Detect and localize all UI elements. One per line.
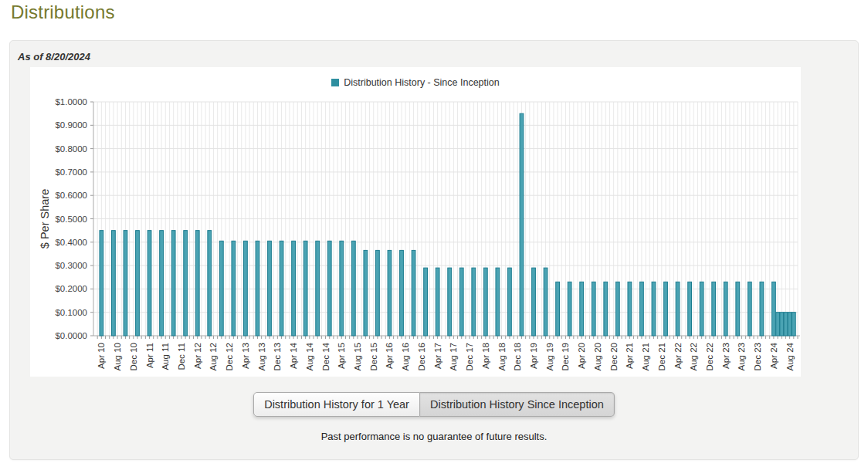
distribution-bar	[776, 313, 780, 336]
y-tick-label: $0.6000	[55, 191, 87, 200]
x-tick-label: Dec 21	[657, 343, 666, 370]
x-tick-label: Apr 13	[241, 343, 250, 369]
x-tick-label: Dec 15	[369, 343, 378, 370]
distribution-bar	[112, 231, 116, 336]
distribution-bar	[496, 268, 500, 336]
distribution-bar	[136, 231, 140, 336]
distribution-history-1yr-button[interactable]: Distribution History for 1 Year	[253, 392, 420, 417]
distribution-bar	[327, 241, 331, 336]
distribution-bar	[724, 282, 727, 336]
distribution-bar	[195, 231, 199, 336]
distribution-bar	[244, 241, 248, 336]
chart-toggle-group: Distribution History for 1 Year Distribu…	[253, 392, 615, 417]
y-tick-label: $0.0000	[55, 331, 87, 340]
distribution-bar	[219, 241, 223, 336]
distribution-history-inception-button[interactable]: Distribution History Since Inception	[420, 392, 615, 417]
x-tick-label: Dec 19	[561, 343, 570, 370]
as-of-date: As of 8/20/2024	[18, 51, 90, 63]
distribution-chart-container: $0.0000$0.1000$0.2000$0.3000$0.4000$0.50…	[30, 67, 801, 377]
y-tick-label: $0.9000	[55, 120, 87, 130]
x-tick-label: Aug 18	[497, 343, 507, 370]
distribution-bar	[556, 282, 560, 336]
x-tick-label: Apr 10	[97, 343, 106, 369]
distribution-bar	[483, 268, 487, 336]
distribution-bar	[788, 313, 792, 336]
distribution-bar	[592, 282, 595, 336]
distribution-bar	[100, 231, 103, 336]
x-tick-label: Dec 12	[225, 343, 234, 370]
distribution-bar	[508, 268, 512, 336]
distribution-bar	[604, 282, 608, 336]
x-tick-label: Aug 22	[689, 343, 698, 370]
x-tick-label: Aug 23	[737, 343, 746, 370]
distribution-bar	[459, 268, 463, 336]
distribution-bar-chart: $0.0000$0.1000$0.2000$0.3000$0.4000$0.50…	[30, 67, 801, 377]
x-tick-label: Dec 13	[273, 343, 282, 370]
y-tick-label: $0.5000	[55, 215, 87, 224]
x-tick-label: Dec 18	[513, 343, 522, 370]
x-tick-label: Apr 23	[721, 343, 731, 369]
distribution-bar	[388, 250, 392, 336]
x-tick-label: Apr 12	[193, 343, 202, 369]
distribution-bar	[700, 282, 704, 336]
disclaimer-text: Past performance is no guarantee of futu…	[10, 431, 858, 442]
distribution-bar	[268, 241, 272, 336]
y-axis-title: $ Per Share	[39, 189, 51, 249]
x-tick-label: Apr 15	[337, 343, 346, 369]
distribution-bar	[712, 282, 716, 336]
x-tick-label: Apr 22	[673, 343, 683, 369]
x-tick-label: Apr 11	[145, 343, 154, 368]
y-tick-label: $0.2000	[55, 284, 87, 293]
distribution-bar	[760, 282, 764, 336]
distribution-bar	[628, 282, 632, 336]
y-tick-label: $0.7000	[55, 167, 87, 177]
x-tick-label: Apr 24	[769, 342, 778, 368]
y-tick-label: $0.3000	[55, 261, 87, 270]
distribution-bar	[772, 282, 776, 336]
x-tick-label: Aug 16	[401, 343, 410, 370]
distribution-bar	[792, 313, 795, 336]
distribution-bar	[292, 241, 296, 336]
x-tick-label: Apr 14	[289, 342, 298, 368]
page-title: Distributions	[11, 2, 115, 23]
distribution-bar	[736, 282, 740, 336]
chart-legend: Distribution History - Since Inception	[30, 77, 801, 88]
x-tick-label: Aug 21	[641, 343, 650, 370]
distribution-bar	[160, 231, 164, 336]
x-tick-label: Aug 12	[209, 343, 218, 370]
x-tick-label: Aug 11	[161, 343, 170, 370]
distribution-bar	[208, 231, 212, 336]
distribution-bar	[412, 250, 415, 336]
distribution-bar	[568, 282, 571, 336]
distribution-bar	[784, 313, 788, 336]
y-tick-label: $0.1000	[55, 308, 87, 317]
x-tick-label: Aug 14	[305, 342, 314, 370]
distribution-bar	[400, 250, 404, 336]
x-tick-label: Aug 20	[593, 343, 602, 370]
y-tick-label: $0.4000	[55, 238, 87, 247]
distribution-bar	[780, 313, 784, 336]
y-tick-label: $0.8000	[55, 144, 87, 154]
distribution-bar	[171, 231, 175, 336]
x-tick-label: Apr 19	[529, 343, 538, 369]
distribution-bar	[280, 241, 283, 336]
x-tick-label: Aug 10	[113, 343, 122, 370]
distribution-bar	[448, 268, 452, 336]
distribution-bar	[748, 282, 751, 336]
distribution-bar	[532, 268, 536, 336]
distribution-bar	[351, 241, 355, 336]
x-tick-label: Dec 10	[129, 343, 138, 370]
distribution-bar	[256, 241, 259, 336]
distribution-bar	[364, 250, 368, 336]
legend-label: Distribution History - Since Inception	[344, 77, 499, 88]
x-tick-label: Dec 16	[417, 343, 426, 370]
x-tick-label: Dec 22	[705, 343, 714, 370]
distribution-bar	[472, 268, 476, 336]
x-tick-label: Apr 16	[385, 343, 394, 369]
x-tick-label: Aug 15	[353, 343, 362, 370]
x-tick-label: Dec 20	[609, 343, 619, 370]
y-tick-label: $1.0000	[55, 97, 87, 107]
distributions-page: Distributions As of 8/20/2024 $0.0000$0.…	[0, 0, 868, 470]
x-tick-label: Apr 20	[577, 343, 586, 369]
chart-toggle-row: Distribution History for 1 Year Distribu…	[10, 392, 858, 417]
